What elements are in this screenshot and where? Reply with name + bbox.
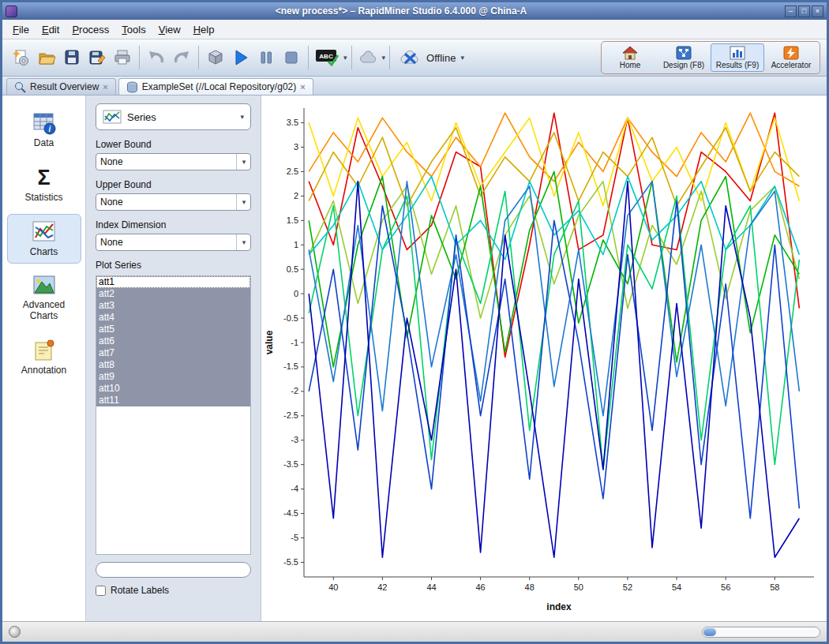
tab-label: ExampleSet (//Local Repository/g02) [142, 81, 296, 92]
menu-help[interactable]: Help [188, 21, 220, 38]
plot-series-item[interactable]: att9 [96, 371, 250, 383]
perspective-design-button[interactable]: Design (F8) [657, 43, 711, 72]
export-image-button[interactable] [203, 45, 228, 70]
upper-bound-combobox[interactable]: None ▾ [96, 193, 251, 211]
svg-text:3.5: 3.5 [287, 118, 298, 127]
chart-panel: 3.532.521.510.50-0.5-1-1.5-2-2.5-3-3.5-4… [261, 95, 827, 621]
svg-text:0.5: 0.5 [287, 264, 298, 274]
svg-text:-5.5: -5.5 [283, 557, 298, 567]
lower-bound-combobox[interactable]: None ▾ [96, 153, 251, 170]
sidebar-item-charts[interactable]: Charts [7, 214, 81, 264]
stop-button[interactable] [279, 45, 304, 70]
plot-series-item[interactable]: att7 [96, 347, 250, 359]
offline-cloud-icon [399, 48, 422, 67]
menu-tools[interactable]: Tools [116, 21, 151, 38]
sidebar-item-data[interactable]: i Data [7, 105, 81, 155]
connection-status-button[interactable]: Offline ▾ [399, 48, 464, 67]
maximize-button[interactable]: □ [798, 6, 810, 17]
close-button[interactable]: × [812, 6, 823, 17]
annotation-note-icon [32, 339, 56, 362]
tab-exampleset[interactable]: ExampleSet (//Local Repository/g02) × [118, 78, 313, 95]
pause-button[interactable] [253, 45, 279, 70]
svg-text:-3.5: -3.5 [283, 459, 298, 469]
tab-close-icon[interactable]: × [300, 82, 305, 92]
series-chart-type-icon [103, 110, 122, 124]
validate-button[interactable]: ABC [313, 45, 343, 70]
validate-caret-icon[interactable]: ▾ [343, 54, 347, 62]
rotate-labels-checkbox[interactable] [96, 586, 106, 596]
plot-series-item[interactable]: att4 [96, 312, 250, 324]
open-folder-icon [37, 48, 56, 67]
tab-close-icon[interactable]: × [103, 82, 107, 92]
chart-type-combobox[interactable]: Series ▾ [96, 103, 251, 130]
toolbar-separator [351, 46, 352, 69]
svg-text:-5: -5 [291, 533, 298, 542]
toolbar-separator [139, 46, 140, 69]
status-bar [2, 621, 827, 642]
perspective-toolbar: Home Design (F8) [601, 41, 820, 74]
sidebar-item-annotation[interactable]: Annotation [7, 332, 81, 382]
menu-file[interactable]: File [7, 21, 35, 38]
plot-series-item[interactable]: att6 [96, 335, 250, 347]
perspective-accelerator-button[interactable]: Accelerator [764, 43, 818, 72]
title-bar: <new process*> – RapidMiner Studio 6.4.0… [2, 2, 827, 20]
memory-used-bar [703, 628, 716, 636]
run-button[interactable] [228, 45, 253, 70]
home-icon [622, 46, 638, 60]
perspective-results-button[interactable]: Results (F9) [711, 43, 764, 72]
new-process-button[interactable] [9, 45, 34, 70]
lower-bound-label: Lower Bound [96, 139, 251, 150]
perspective-home-button[interactable]: Home [603, 43, 657, 72]
plot-series-item[interactable]: att8 [96, 359, 250, 371]
sidebar-item-statistics[interactable]: Σ Statistics [7, 159, 81, 209]
sidebar-label: Advanced Charts [9, 299, 79, 321]
plot-series-item[interactable]: att11 [96, 395, 250, 406]
minimize-button[interactable]: – [785, 6, 797, 17]
svg-text:-2: -2 [291, 386, 298, 395]
undo-icon [147, 48, 166, 67]
redo-button[interactable] [169, 45, 194, 70]
perspective-label: Design (F8) [663, 61, 704, 69]
svg-text:2.5: 2.5 [287, 167, 298, 176]
menu-view[interactable]: View [153, 21, 186, 38]
undo-button[interactable] [144, 45, 169, 70]
window-title: <new process*> – RapidMiner Studio 6.4.0… [17, 6, 785, 17]
status-sphere-icon [9, 626, 21, 638]
plot-series-item[interactable]: att1 [96, 276, 250, 288]
cloud-run-button[interactable] [356, 45, 381, 70]
tab-result-overview[interactable]: Result Overview × [6, 78, 116, 95]
plot-series-item[interactable]: att3 [96, 300, 250, 312]
sidebar-label: Data [34, 137, 54, 148]
index-dimension-label: Index Dimension [96, 219, 251, 230]
sidebar-item-advanced-charts[interactable]: Advanced Charts [7, 268, 81, 328]
svg-text:52: 52 [623, 582, 632, 592]
offline-caret-icon: ▾ [460, 54, 464, 62]
memory-gauge[interactable] [702, 627, 820, 638]
save-as-button[interactable] [84, 45, 110, 70]
plot-series-item[interactable]: att5 [96, 324, 250, 335]
stop-icon [282, 48, 301, 67]
plot-series-item[interactable]: att2 [96, 288, 250, 300]
abc-check-icon: ABC [314, 47, 341, 68]
svg-text:58: 58 [770, 582, 779, 592]
save-button[interactable] [59, 45, 84, 70]
svg-text:48: 48 [525, 582, 535, 592]
series-filter-input[interactable] [96, 562, 251, 578]
svg-text:-1.5: -1.5 [283, 361, 298, 371]
export-button[interactable] [110, 45, 135, 70]
result-overview-icon [14, 81, 26, 93]
save-as-icon [88, 48, 107, 67]
svg-text:-4.5: -4.5 [283, 508, 298, 518]
upper-bound-label: Upper Bound [96, 179, 251, 190]
menu-process[interactable]: Process [66, 21, 114, 38]
svg-text:-0.5: -0.5 [283, 313, 298, 323]
menu-edit[interactable]: Edit [36, 21, 65, 38]
plot-series-item[interactable]: att10 [96, 383, 250, 395]
svg-text:42: 42 [377, 582, 387, 592]
pause-icon [257, 48, 276, 67]
plot-series-listbox[interactable]: att1 att2 att3 att4 att5 att6 att7 att8 … [96, 275, 251, 555]
open-button[interactable] [34, 45, 59, 70]
cloud-caret-icon[interactable]: ▾ [382, 54, 386, 62]
index-dimension-combobox[interactable]: None ▾ [96, 234, 251, 251]
app-window: <new process*> – RapidMiner Studio 6.4.0… [0, 0, 829, 644]
